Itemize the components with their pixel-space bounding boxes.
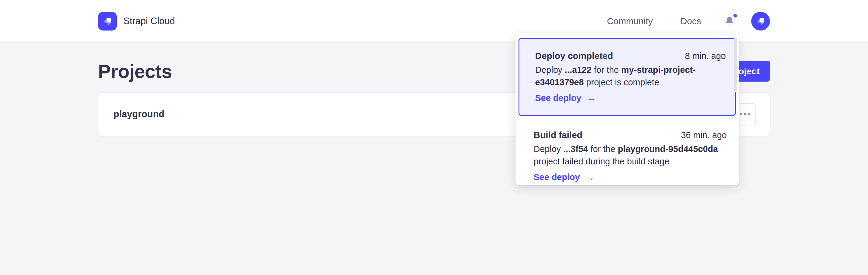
notification-body: Deploy ...3f54 for the playground-95d445… — [534, 143, 727, 168]
brand-home-link[interactable]: Strapi Cloud — [98, 12, 175, 30]
notification-time: 8 min. ago — [685, 50, 726, 62]
notification-time: 36 min. ago — [681, 129, 727, 141]
notifications-bell-button[interactable] — [723, 15, 736, 28]
notification-item-deploy-completed[interactable]: Deploy completed 8 min. ago Deploy ...a1… — [519, 38, 736, 116]
notification-body: Deploy ...a122 for the my-strapi-project… — [535, 64, 726, 88]
brand-name: Strapi Cloud — [123, 16, 175, 27]
page-title: Projects — [98, 61, 172, 82]
notification-title: Build failed — [534, 129, 583, 141]
arrow-right-icon: → — [586, 92, 596, 104]
unread-dot — [734, 14, 737, 18]
see-deploy-link[interactable]: See deploy → — [534, 171, 727, 184]
notifications-dropdown: Deploy completed 8 min. ago Deploy ...a1… — [516, 33, 739, 185]
strapi-logo-icon — [98, 12, 117, 30]
scrollbar-thumb[interactable] — [734, 37, 737, 92]
bell-icon — [724, 16, 735, 27]
arrow-right-icon: → — [585, 171, 595, 184]
notification-item-build-failed[interactable]: Build failed 36 min. ago Deploy ...3f54 … — [519, 116, 736, 184]
strapi-avatar-icon — [754, 14, 768, 28]
profile-avatar-button[interactable] — [751, 12, 770, 30]
see-deploy-link[interactable]: See deploy → — [535, 92, 726, 104]
nav-link-community[interactable]: Community — [607, 16, 653, 26]
header-nav: Community Docs — [607, 12, 770, 30]
ellipsis-icon — [740, 113, 742, 115]
project-name: playground — [114, 109, 164, 120]
notification-title: Deploy completed — [535, 50, 613, 62]
nav-link-docs[interactable]: Docs — [681, 16, 701, 26]
